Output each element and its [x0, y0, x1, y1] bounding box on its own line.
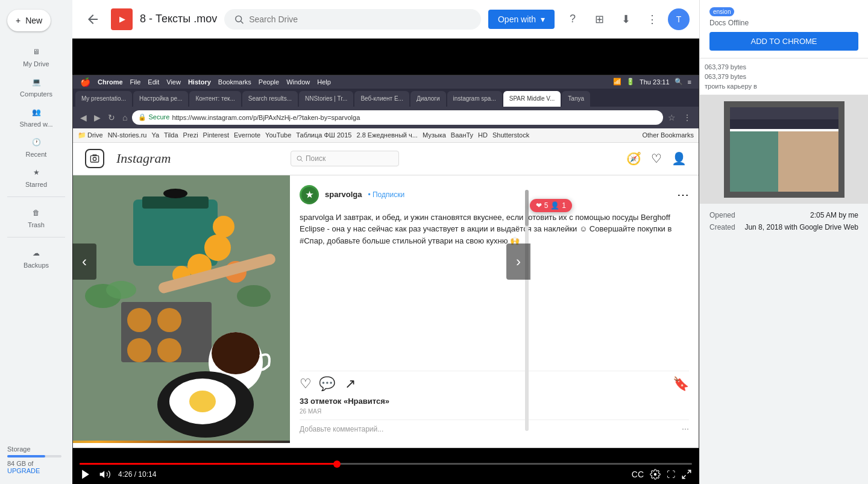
menu-people[interactable]: People [259, 78, 279, 86]
progress-bar[interactable] [80, 463, 692, 465]
bookmark-shutterstock[interactable]: Shutterstock [492, 131, 529, 139]
extension-label: ension [713, 8, 731, 15]
back-nav-btn[interactable]: ◀ [78, 112, 89, 124]
search-menu-icon[interactable]: 🔍 [675, 78, 683, 86]
sidebar-item-backups[interactable]: ☁ Backups [0, 242, 72, 272]
docs-offline: Docs Offline [709, 19, 858, 27]
svg-text:★: ★ [306, 190, 313, 200]
file-size-label-1: 063,379 bytes [705, 63, 863, 71]
tab-6[interactable]: Диалоги [410, 91, 446, 107]
bookmark-muzika[interactable]: Музыка [423, 131, 446, 139]
apple-logo: 🍎 [80, 77, 90, 87]
menu-chrome[interactable]: Chrome [98, 78, 123, 86]
ig-follow-label[interactable]: • Подписки [368, 190, 404, 199]
menu-extra-icon[interactable]: ≡ [688, 78, 691, 86]
tab-3[interactable]: Search results... [242, 91, 298, 107]
bookmark-youtube[interactable]: YouTube [265, 131, 291, 139]
svg-point-10 [163, 189, 187, 198]
play-button[interactable] [80, 468, 92, 480]
ig-profile-icon[interactable]: 👤 [671, 151, 687, 166]
ig-comment-area[interactable]: Добавьте комментарий... ⋯ [300, 420, 689, 433]
upgrade-button[interactable]: UPGRADE [7, 467, 61, 474]
bookmark-drive[interactable]: 📁 Drive [78, 131, 103, 139]
ig-save-btn[interactable]: 🔖 [673, 376, 689, 392]
menu-history[interactable]: History [188, 78, 211, 86]
menu-edit[interactable]: Edit [148, 78, 159, 86]
tab-4[interactable]: NNStories | Tr... [299, 91, 353, 107]
ig-like-btn[interactable]: ♡ [300, 376, 312, 392]
ig-compass-icon[interactable]: 🧭 [626, 151, 641, 166]
sidebar-item-trash[interactable]: 🗑 Trash [0, 202, 72, 232]
settings-button[interactable] [650, 469, 661, 480]
created-label: Created [709, 223, 735, 231]
ig-search-box[interactable]: Поиск [291, 151, 399, 166]
tab-1[interactable]: Настройка ре... [133, 91, 188, 107]
ig-more-btn[interactable]: ⋯ [677, 187, 689, 202]
sidebar-item-computers[interactable]: 💻 Computers [0, 71, 72, 101]
refresh-nav-btn[interactable]: ↻ [105, 112, 118, 124]
menu-window[interactable]: Window [286, 78, 310, 86]
menu-file[interactable]: File [130, 78, 141, 86]
bookmark-hd[interactable]: HD [478, 131, 488, 139]
bookmark-pinterest[interactable]: Pinterest [203, 131, 229, 139]
open-with-button[interactable]: Open with ▾ [488, 10, 555, 29]
bookmark-nn[interactable]: NN-stories.ru [108, 131, 147, 139]
bookmark-vaantu[interactable]: ВаанТу [451, 131, 473, 139]
volume-button[interactable] [99, 468, 111, 480]
bookmark-evernote[interactable]: Evernote [234, 131, 260, 139]
pip-button[interactable]: ⛶ [667, 470, 675, 479]
bookmark-ya[interactable]: Ya [151, 131, 159, 139]
ig-comment-placeholder: Добавьте комментарий... [300, 425, 383, 433]
star-bookmark-btn[interactable]: ☆ [665, 112, 678, 124]
prev-arrow[interactable]: ‹ [72, 244, 96, 280]
search-input[interactable] [249, 14, 471, 24]
tab-8-active[interactable]: SPAR Middle V... [503, 91, 561, 107]
download-button[interactable]: ⬇ [615, 8, 637, 30]
extensions-btn[interactable]: ⋮ [681, 112, 694, 124]
search-box[interactable] [224, 9, 481, 30]
avatar-button[interactable]: T [668, 8, 690, 30]
next-arrow[interactable]: › [506, 244, 530, 280]
ig-likes-count: 33 отметок «Нравится» [300, 397, 689, 406]
tab-9[interactable]: Tanya [562, 91, 590, 107]
url-bar[interactable]: 🔒 Secure https://www.instagram.com/p/BjP… [132, 110, 663, 125]
ig-logo: Instagram [116, 151, 171, 166]
menu-bookmarks[interactable]: Bookmarks [218, 78, 251, 86]
home-nav-btn[interactable]: ⌂ [120, 112, 130, 124]
sidebar-item-starred[interactable]: ★ Starred [0, 162, 72, 192]
fullscreen-button[interactable] [681, 469, 692, 480]
ig-avatar[interactable]: ★ [300, 185, 319, 204]
help-button[interactable]: ? [562, 8, 583, 30]
grid-view-button[interactable]: ⊞ [588, 8, 610, 30]
tab-5[interactable]: Веб-клиент E... [354, 91, 409, 107]
menu-help[interactable]: Help [317, 78, 331, 86]
menu-view[interactable]: View [166, 78, 181, 86]
bookmark-28[interactable]: 2.8 Ежедневный ч... [356, 131, 417, 139]
bookmark-tablitsa[interactable]: Таблица ФШ 2015 [296, 131, 351, 139]
ig-comment-btn[interactable]: 💬 [319, 376, 335, 392]
controls-row: 4:26 / 10:14 CC ⛶ [80, 468, 692, 480]
tab-0[interactable]: My presentatio... [75, 91, 132, 107]
bookmark-prezi[interactable]: Prezi [183, 131, 198, 139]
forward-nav-btn[interactable]: ▶ [92, 112, 103, 124]
sidebar-item-shared[interactable]: 👥 Shared w... [0, 101, 72, 131]
ig-scrollbar[interactable] [525, 190, 529, 431]
playback-time: 4:26 / 10:14 [118, 470, 156, 479]
ig-actions: ♡ 💬 ↗ 🔖 [300, 371, 689, 392]
ig-share-btn[interactable]: ↗ [345, 376, 356, 392]
bookmark-tilda[interactable]: Tilda [164, 131, 178, 139]
tab-7[interactable]: instagram spa... [447, 91, 502, 107]
sidebar-item-recent[interactable]: 🕐 Recent [0, 131, 72, 162]
more-button[interactable]: ⋮ [641, 8, 663, 30]
ig-more-options-btn[interactable]: ⋯ [682, 425, 689, 433]
new-button[interactable]: + New [7, 10, 51, 31]
cc-button[interactable]: CC [632, 470, 644, 479]
heart-icon: ❤ [536, 201, 542, 210]
ig-username[interactable]: sparvolga [325, 190, 362, 199]
ig-heart-icon[interactable]: ♡ [651, 151, 662, 166]
add-to-chrome-button[interactable]: ADD TO CHROME [709, 32, 858, 51]
tab-2[interactable]: Контент: тек... [189, 91, 241, 107]
bookmark-other[interactable]: Other Bookmarks [642, 131, 694, 139]
back-button[interactable] [82, 8, 104, 30]
sidebar-item-my-drive[interactable]: 🖥 My Drive [0, 41, 72, 71]
